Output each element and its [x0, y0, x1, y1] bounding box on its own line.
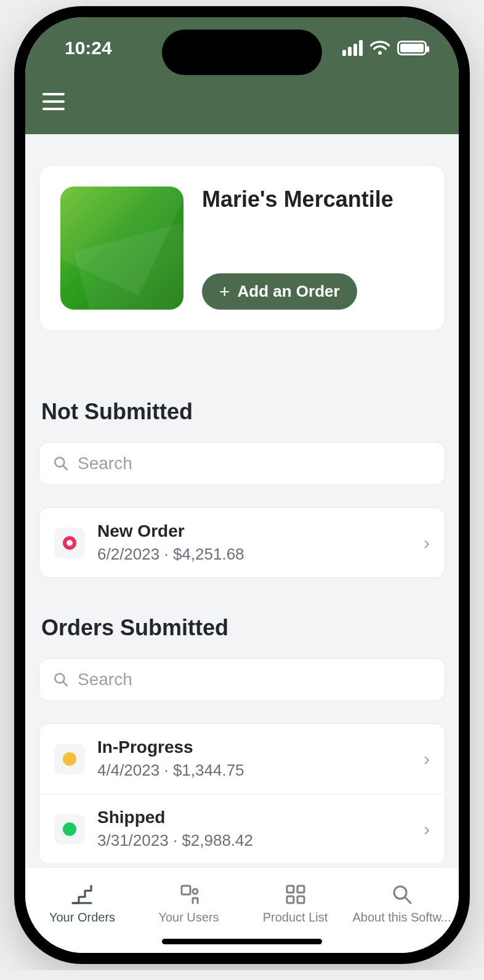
dynamic-island [162, 30, 322, 75]
svg-line-4 [63, 682, 67, 686]
chevron-right-icon: › [424, 749, 430, 769]
tab-label: Your Users [155, 910, 222, 925]
search-input-not-submitted[interactable] [78, 454, 431, 473]
tab-label: Your Orders [46, 910, 119, 925]
order-meta: 3/31/2023 · $2,988.42 [97, 831, 411, 850]
status-badge-shipped [54, 814, 85, 845]
order-row[interactable]: Shipped 3/31/2023 · $2,988.42 › [39, 794, 445, 864]
tab-about[interactable]: About this Softw... [349, 874, 455, 934]
svg-line-12 [405, 898, 411, 903]
order-row[interactable]: In-Progress 4/4/2023 · $1,344.75 › [39, 724, 445, 794]
menu-icon[interactable] [42, 93, 65, 110]
store-header-card: Marie's Mercantile + Add an Order [39, 165, 445, 331]
order-row[interactable]: New Order 6/2/2023 · $4,251.68 › [39, 508, 445, 577]
tab-your-orders[interactable]: Your Orders [29, 874, 135, 934]
tab-product-list[interactable]: Product List [242, 874, 349, 934]
svg-point-0 [378, 51, 382, 55]
add-order-label: Add an Order [238, 282, 340, 301]
section-not-submitted: Not Submitted New Order [39, 399, 445, 578]
section-submitted: Orders Submitted In-Progress [39, 615, 445, 864]
search-icon [391, 883, 413, 906]
order-meta: 6/2/2023 · $4,251.68 [97, 545, 411, 564]
search-submitted[interactable] [39, 658, 445, 701]
stairs-icon [70, 883, 95, 906]
users-icon [177, 883, 201, 906]
order-status-label: Shipped [97, 808, 411, 827]
store-avatar [60, 187, 184, 310]
order-list-not-submitted: New Order 6/2/2023 · $4,251.68 › [39, 507, 445, 578]
plus-icon: + [219, 283, 230, 301]
search-not-submitted[interactable] [39, 442, 445, 485]
wifi-icon [370, 41, 390, 55]
status-time: 10:24 [65, 38, 112, 58]
battery-icon [397, 41, 427, 55]
status-badge-new [54, 528, 85, 558]
order-status-label: New Order [97, 521, 411, 541]
new-order-icon [63, 536, 76, 550]
svg-rect-8 [297, 886, 304, 893]
tab-label: About this Softw... [349, 910, 454, 925]
shipped-icon [63, 822, 76, 836]
chevron-right-icon: › [424, 532, 430, 553]
home-indicator [162, 939, 322, 944]
svg-rect-5 [182, 886, 190, 894]
svg-line-2 [63, 466, 67, 470]
order-list-submitted: In-Progress 4/4/2023 · $1,344.75 › Ship [39, 723, 445, 864]
order-status-label: In-Progress [97, 737, 411, 757]
grid-icon [284, 883, 307, 906]
svg-rect-10 [297, 896, 304, 903]
order-meta: 4/4/2023 · $1,344.75 [97, 761, 411, 780]
search-icon [53, 456, 69, 472]
content-scroll[interactable]: Marie's Mercantile + Add an Order Not Su… [25, 134, 459, 867]
section-title-submitted: Orders Submitted [39, 615, 445, 641]
in-progress-icon [63, 752, 76, 766]
svg-rect-9 [287, 896, 294, 903]
store-name: Marie's Mercantile [202, 187, 424, 212]
search-input-submitted[interactable] [78, 670, 431, 689]
svg-rect-7 [287, 886, 294, 893]
chevron-right-icon: › [424, 819, 430, 840]
svg-point-6 [193, 889, 198, 894]
tab-label: Product List [259, 910, 332, 925]
tab-your-users[interactable]: Your Users [135, 874, 242, 934]
cellular-signal-icon [342, 40, 363, 56]
search-icon [53, 672, 69, 688]
section-title-not-submitted: Not Submitted [39, 399, 445, 425]
status-badge-in-progress [54, 744, 85, 774]
app-bar [25, 79, 459, 134]
add-order-button[interactable]: + Add an Order [202, 273, 357, 310]
